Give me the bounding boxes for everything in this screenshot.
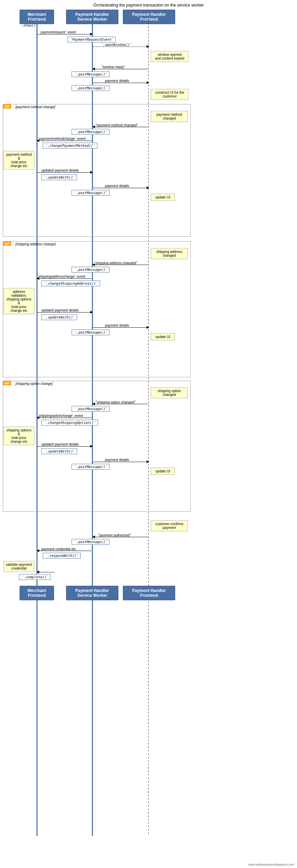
payment-details-1-label: payment details: [105, 79, 129, 83]
footer: www.websequencediagrams.com: [248, 863, 294, 866]
updated-payment-2-label: updated payment details: [41, 308, 79, 312]
post-message-4-box: `.postMessage()`: [72, 190, 109, 196]
post-message-7-box: `.postMessage()`: [72, 406, 109, 412]
payment-details-1-arrowhead: [147, 81, 149, 84]
update-with-1-box: `.updateWith()`: [41, 174, 77, 180]
openwindow-label: `.openWindow()`: [100, 43, 131, 47]
shipping-option-changed-arrowhead: [92, 402, 95, 405]
payment-details-2-arrowhead: [147, 186, 149, 189]
update-with-3-box: `.updateWith()`: [41, 448, 77, 454]
payment-method-changed-label: "payment method changed": [96, 123, 138, 127]
payment-method-changed-note: payment method changed: [151, 111, 188, 122]
payment-details-4-label: payment details: [105, 458, 129, 462]
complete-box: `.complete()`: [19, 574, 51, 580]
opt-label-1: opt: [3, 104, 11, 109]
payment-details-3-arrowhead: [147, 326, 149, 329]
diagram-title: Orchestrating the payment transaction on…: [0, 0, 297, 10]
payment-details-4-arrowhead: [147, 460, 149, 463]
shipping-address-changed-label: "shipping address changed": [95, 261, 137, 265]
post-message-1-box: `.postMessage()`: [72, 71, 109, 77]
address-validation-note: address validation,shipping options &tot…: [3, 288, 34, 314]
customer-confirms-note: customer confirms payment: [151, 520, 188, 531]
update-with-2-box: `.updateWith()`: [41, 314, 77, 320]
update-ui-3-note: update UI: [151, 468, 175, 475]
payment-details-4-arrow: [93, 462, 148, 462]
updated-payment-3-arrow: [37, 446, 92, 447]
payment-details-3-arrow: [93, 327, 148, 328]
updated-payment-1-arrow: [37, 172, 92, 173]
window-opened-note: window openedand content loaded: [151, 51, 189, 62]
payment-authorized-label: "payment authorized": [98, 533, 131, 537]
post-message-2-box: `.postMessage()`: [72, 85, 109, 91]
paymentrequest-arrowhead: [90, 33, 93, 35]
post-message-9-box: `.postMessage()`: [72, 539, 109, 545]
change-shipping-address-box: `.changeShippingAddress()`: [41, 280, 100, 286]
lifeline-frontend-top: Payment Handler Frontend: [123, 10, 175, 24]
opt-condition-1: [payment method change]: [15, 105, 55, 109]
diagram-container: Orchestrating the payment transaction on…: [0, 0, 297, 868]
paymentrequest-arrow: [37, 34, 92, 34]
updated-payment-2-arrowhead: [90, 311, 93, 314]
openwindow-arrow: [93, 47, 148, 47]
respond-with-box: `.respondWith()`: [43, 553, 81, 559]
opt-label-2: opt: [3, 241, 11, 246]
payment-credential-arrowhead: [36, 549, 39, 552]
shipping-address-changed-note: shipping address changed: [151, 248, 188, 259]
payment-credential-label: payment credential etc: [41, 547, 76, 551]
opt-label-3: opt: [3, 381, 11, 385]
validate-payment-note: validate payment credential: [3, 561, 34, 572]
post-message-6-box: `.postMessage()`: [72, 329, 109, 335]
shippingaddresschange-arrow: [37, 278, 92, 279]
lifeline-sw-bottom: Payment Handler Service Worker: [66, 586, 118, 600]
post-message-5-box: `.postMessage()`: [72, 267, 109, 273]
shipping-option-changed-label: "shipping option changed": [96, 400, 136, 404]
payment-details-2-label: payment details: [105, 184, 129, 188]
updated-payment-1-label: updated payment details: [41, 169, 79, 172]
window-ready-arrow: [93, 69, 148, 69]
post-message-8-box: `.postMessage()`: [72, 464, 109, 470]
paymentmethodchange-label: `paymentmethodchange` event: [38, 137, 85, 141]
lifeline-frontend-bottom: Payment Handler Frontend: [123, 586, 175, 600]
payment-details-2-arrow: [93, 188, 148, 188]
window-ready-label: "window ready": [102, 65, 125, 69]
payment-details-3-label: payment details: [105, 324, 129, 327]
payment-method-total-note: payment method &total price change etc: [3, 151, 34, 170]
paymentrequest-label: `paymentrequest` event: [40, 30, 76, 34]
change-shipping-option-box: `.changeShippingOption()`: [41, 420, 98, 426]
validate-back-arrow: [37, 572, 54, 572]
paymentmethodchange-arrow: [37, 141, 92, 141]
post-message-3-box: `.postMessage()`: [72, 129, 109, 135]
updated-payment-3-arrowhead: [90, 445, 93, 448]
update-ui-1-note: update UI: [151, 194, 175, 201]
updated-payment-3-label: updated payment details: [41, 442, 79, 446]
shipping-options-note: shipping options &total price change etc: [3, 427, 34, 445]
updated-payment-2-arrow: [37, 312, 92, 313]
opt-condition-2: [shipping address change]: [15, 242, 56, 246]
openwindow-arrowhead: [147, 45, 149, 48]
payment-details-1-arrow: [93, 83, 148, 83]
payment-method-changed-arrowhead: [92, 125, 95, 128]
shipping-option-changed-note: shipping option changed: [151, 387, 188, 398]
show-label: `.show()`: [19, 23, 38, 27]
lifeline-merchant-bottom: Merchant Frontend: [20, 586, 54, 600]
opt-condition-3: [shipping option change]: [15, 382, 53, 386]
payment-authorized-arrowhead: [92, 535, 95, 538]
change-payment-method-box: `.changePaymentMethod()`: [43, 143, 97, 149]
updated-payment-1-arrowhead: [90, 171, 93, 174]
shippingaddresschange-label: `shippingaddresschange` event: [37, 275, 85, 278]
update-ui-2-note: update UI: [151, 333, 175, 340]
window-ready-arrowhead: [92, 68, 95, 70]
validate-back-arrowhead: [36, 571, 39, 573]
shippingoptionchange-arrow: [37, 418, 92, 418]
payment-request-event-box: `PaymentRequestEvent`: [67, 37, 116, 42]
construct-ui-note: construct UI for the customer: [151, 89, 189, 100]
shippingoptionchange-label: `shippingoptionchange` event: [38, 414, 83, 418]
